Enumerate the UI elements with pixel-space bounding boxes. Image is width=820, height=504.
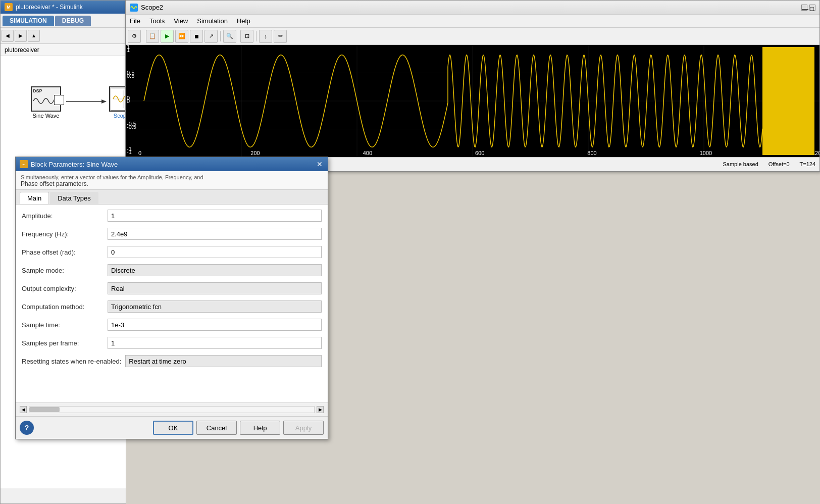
scope-title-text: Scope2 bbox=[141, 4, 163, 11]
connector bbox=[66, 97, 107, 106]
settings-btn[interactable]: ⚙ bbox=[128, 30, 141, 43]
scope-toolbar: ⚙ 📋 ▶ ⏩ ⏹ ↗ 🔍 ⊡ ↕ ✏ bbox=[126, 28, 819, 45]
menu-tools[interactable]: Tools bbox=[148, 17, 166, 25]
menu-simulation[interactable]: Simulation bbox=[196, 17, 229, 25]
computation-method-row: Computation method: Trigonometric fcn bbox=[22, 299, 322, 314]
help-button[interactable]: Help bbox=[240, 421, 280, 435]
simulink-toolbar: ◀ ▶ ▲ bbox=[1, 28, 126, 44]
block-params-icon: ~ bbox=[20, 160, 28, 168]
pencil-btn[interactable]: ✏ bbox=[274, 30, 287, 43]
sample-mode-label: Sample mode: bbox=[22, 267, 108, 274]
dialog-description: Simultaneously, enter a vector of values… bbox=[16, 171, 328, 190]
h-scroll-thumb bbox=[29, 407, 60, 412]
scope-window: Scope2 — □ File Tools View Simulation He… bbox=[125, 0, 820, 172]
dialog-buttons: ? OK Cancel Help Apply bbox=[16, 416, 328, 439]
desc-line1: Simultaneously, enter a vector of values… bbox=[21, 174, 323, 180]
scope-canvas bbox=[126, 45, 819, 157]
horizontal-scrollbar[interactable] bbox=[29, 406, 315, 413]
sep1 bbox=[220, 31, 221, 41]
dialog-title-text: Block Parameters: Sine Wave bbox=[31, 161, 118, 168]
scope-title-left: Scope2 bbox=[130, 4, 163, 12]
output-complexity-row: Output complexity: Real bbox=[22, 281, 322, 295]
amplitude-input[interactable] bbox=[108, 210, 322, 222]
scope-icon bbox=[130, 4, 138, 12]
resetting-states-label: Resetting states when re-enabled: bbox=[22, 358, 125, 365]
apply-button[interactable]: Apply bbox=[283, 421, 324, 435]
tab-simulation[interactable]: SIMULATION bbox=[3, 16, 54, 26]
frequency-row: Frequency (Hz): bbox=[22, 227, 322, 241]
samples-per-frame-input[interactable] bbox=[108, 337, 322, 349]
tab-debug[interactable]: DEBUG bbox=[55, 16, 91, 26]
scroll-right-btn[interactable]: ▶ bbox=[317, 406, 324, 413]
dialog-titlebar: ~ Block Parameters: Sine Wave ✕ bbox=[16, 157, 328, 171]
breadcrumb: plutoreceiver bbox=[1, 44, 126, 56]
output-complexity-label: Output complexity: bbox=[22, 285, 108, 292]
zoom-reset-btn[interactable]: ⊡ bbox=[240, 30, 253, 43]
output-complexity-value: Real bbox=[108, 282, 322, 294]
menu-view[interactable]: View bbox=[173, 17, 189, 25]
svg-marker-1 bbox=[101, 99, 107, 104]
model-area: DSP Sine Wave bbox=[16, 61, 126, 162]
matlab-icon: M bbox=[5, 3, 13, 11]
sample-time-row: Sample time: bbox=[22, 318, 322, 332]
sample-based-status: Sample based bbox=[723, 161, 758, 167]
sep2 bbox=[256, 31, 257, 41]
autoscale-btn[interactable]: ↕ bbox=[259, 30, 272, 43]
svg-text:~: ~ bbox=[22, 162, 25, 167]
phase-offset-input[interactable] bbox=[108, 246, 322, 258]
menu-file[interactable]: File bbox=[129, 17, 141, 25]
simulink-title: plutoreceiver * - Simulink bbox=[16, 4, 83, 11]
samples-per-frame-row: Samples per frame: bbox=[22, 336, 322, 350]
sample-time-input[interactable] bbox=[108, 319, 322, 331]
send-btn[interactable]: ↗ bbox=[204, 30, 218, 43]
breadcrumb-text: plutoreceiver bbox=[5, 46, 39, 54]
desc-line2: Phase offset parameters. bbox=[21, 180, 323, 187]
scope-maximize[interactable]: □ bbox=[809, 5, 815, 11]
tab-main[interactable]: Main bbox=[20, 192, 49, 204]
copy-btn[interactable]: 📋 bbox=[146, 30, 159, 43]
tab-data-types[interactable]: Data Types bbox=[50, 192, 98, 204]
scope-plot-wrapper: 1 0.5 0 -0.5 -1 bbox=[126, 45, 819, 157]
scope-menubar: File Tools View Simulation Help bbox=[126, 15, 819, 28]
dialog-close-btn[interactable]: ✕ bbox=[316, 160, 324, 168]
scope-titlebar: Scope2 — □ bbox=[126, 1, 819, 15]
frequency-input[interactable] bbox=[108, 228, 322, 240]
scope-win-controls: — □ bbox=[801, 5, 815, 11]
menu-help[interactable]: Help bbox=[236, 17, 251, 25]
up-btn[interactable]: ▲ bbox=[28, 30, 40, 42]
help-icon-btn[interactable]: ? bbox=[20, 421, 34, 435]
time-status: T=124 bbox=[800, 161, 816, 167]
dialog-footer-scroll: ◀ ▶ bbox=[16, 402, 328, 416]
block-params-dialog: ~ Block Parameters: Sine Wave ✕ Simultan… bbox=[15, 157, 328, 439]
computation-method-value: Trigonometric fcn bbox=[108, 300, 322, 313]
sine-wave-block[interactable]: DSP Sine Wave bbox=[31, 86, 61, 119]
dialog-title-left: ~ Block Parameters: Sine Wave bbox=[20, 160, 118, 168]
sample-mode-value: Discrete bbox=[108, 264, 322, 276]
computation-method-label: Computation method: bbox=[22, 303, 108, 311]
back-btn[interactable]: ◀ bbox=[2, 30, 14, 42]
amplitude-row: Amplitude: bbox=[22, 209, 322, 223]
footer-buttons: OK Cancel Help Apply bbox=[153, 421, 324, 435]
sample-time-label: Sample time: bbox=[22, 321, 108, 329]
scope-block[interactable]: Scope2 bbox=[109, 86, 126, 119]
stop-btn[interactable]: ⏹ bbox=[190, 30, 203, 43]
scope-minimize[interactable]: — bbox=[801, 5, 807, 11]
cancel-button[interactable]: Cancel bbox=[196, 421, 237, 435]
simulink-menubar: SIMULATION DEBUG bbox=[1, 14, 126, 28]
scroll-left-btn[interactable]: ◀ bbox=[20, 406, 27, 413]
phase-offset-label: Phase offset (rad): bbox=[22, 248, 108, 256]
phase-offset-row: Phase offset (rad): bbox=[22, 245, 322, 259]
sample-mode-row: Sample mode: Discrete bbox=[22, 263, 322, 277]
zoom-in-btn[interactable]: 🔍 bbox=[223, 30, 236, 43]
run-btn[interactable]: ▶ bbox=[161, 30, 174, 43]
step-btn[interactable]: ⏩ bbox=[175, 30, 188, 43]
sine-wave-label: Sine Wave bbox=[33, 113, 60, 119]
amplitude-label: Amplitude: bbox=[22, 212, 108, 220]
ok-button[interactable]: OK bbox=[153, 421, 193, 435]
samples-per-frame-label: Samples per frame: bbox=[22, 339, 108, 347]
simulink-titlebar: M plutoreceiver * - Simulink bbox=[1, 1, 126, 14]
resetting-states-value: Restart at time zero bbox=[125, 355, 322, 367]
offset-status: Offset=0 bbox=[768, 161, 790, 167]
forward-btn[interactable]: ▶ bbox=[15, 30, 27, 42]
scope-label: Scope2 bbox=[114, 113, 126, 119]
